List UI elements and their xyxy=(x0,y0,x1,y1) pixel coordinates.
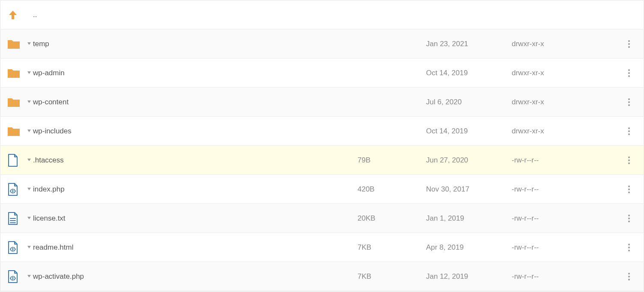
parent-directory-name[interactable]: .. xyxy=(32,11,358,19)
file-permissions: drwxr-xr-x xyxy=(512,69,597,77)
folder-icon xyxy=(7,126,26,137)
file-row[interactable]: .htaccess 79B Jun 27, 2020 -rw-r--r-- xyxy=(0,146,644,175)
row-caret[interactable] xyxy=(26,275,32,278)
file-row[interactable]: readme.html 7KB Apr 8, 2019 -rw-r--r-- xyxy=(0,233,644,262)
file-listing: .. temp Jan 23, 2021 drwxr-xr-x wp-admin xyxy=(0,0,644,292)
file-icon xyxy=(7,154,26,167)
more-vertical-icon xyxy=(628,215,630,222)
row-actions-button[interactable] xyxy=(623,38,635,50)
file-date: Oct 14, 2019 xyxy=(426,69,512,77)
file-permissions: drwxr-xr-x xyxy=(512,98,597,106)
more-vertical-icon xyxy=(628,40,630,48)
file-date: Jul 6, 2020 xyxy=(426,98,512,106)
file-size: 7KB xyxy=(358,243,426,252)
chevron-down-icon xyxy=(27,246,31,249)
file-name[interactable]: license.txt xyxy=(32,214,358,223)
more-vertical-icon xyxy=(628,98,630,106)
file-name[interactable]: wp-includes xyxy=(32,127,358,136)
chevron-down-icon xyxy=(27,130,31,133)
file-row[interactable]: temp Jan 23, 2021 drwxr-xr-x xyxy=(0,29,644,59)
file-size: 420B xyxy=(358,185,426,194)
file-date: Apr 8, 2019 xyxy=(426,243,512,252)
more-vertical-icon xyxy=(628,69,630,77)
file-size: 7KB xyxy=(358,272,426,281)
file-row[interactable]: license.txt 20KB Jan 1, 2019 -rw-r--r-- xyxy=(0,204,644,233)
file-date: Jan 23, 2021 xyxy=(426,40,512,48)
folder-icon xyxy=(7,38,26,50)
parent-directory-row[interactable]: .. xyxy=(0,0,644,29)
more-vertical-icon xyxy=(628,273,630,280)
chevron-down-icon xyxy=(27,100,31,104)
file-permissions: drwxr-xr-x xyxy=(512,40,597,48)
folder-icon xyxy=(7,68,26,79)
row-caret[interactable] xyxy=(26,100,32,104)
file-permissions: -rw-r--r-- xyxy=(512,272,597,281)
file-name[interactable]: wp-admin xyxy=(32,69,358,77)
row-caret[interactable] xyxy=(26,71,32,75)
file-row[interactable]: wp-admin Oct 14, 2019 drwxr-xr-x xyxy=(0,59,644,88)
file-name[interactable]: readme.html xyxy=(32,243,358,252)
chevron-down-icon xyxy=(27,71,31,75)
file-date: Jan 1, 2019 xyxy=(426,214,512,223)
file-row[interactable]: wp-includes Oct 14, 2019 drwxr-xr-x xyxy=(0,117,644,146)
file-date: Jan 12, 2019 xyxy=(426,272,512,281)
row-actions-button[interactable] xyxy=(623,212,635,224)
file-name[interactable]: wp-content xyxy=(32,98,358,106)
row-caret[interactable] xyxy=(26,188,32,191)
row-actions-button[interactable] xyxy=(623,242,635,254)
file-code-icon xyxy=(7,241,26,254)
more-vertical-icon xyxy=(628,186,630,193)
file-permissions: -rw-r--r-- xyxy=(512,156,597,165)
row-caret[interactable] xyxy=(26,246,32,249)
file-size: 79B xyxy=(358,156,426,165)
chevron-down-icon xyxy=(27,275,31,278)
row-actions-button[interactable] xyxy=(623,154,635,166)
file-permissions: -rw-r--r-- xyxy=(512,243,597,252)
row-actions-button[interactable] xyxy=(623,125,635,137)
file-permissions: drwxr-xr-x xyxy=(512,127,597,136)
file-date: Oct 14, 2019 xyxy=(426,127,512,136)
file-permissions: -rw-r--r-- xyxy=(512,185,597,194)
file-text-icon xyxy=(7,212,26,225)
file-row[interactable]: index.php 420B Nov 30, 2017 -rw-r--r-- xyxy=(0,175,644,204)
file-permissions: -rw-r--r-- xyxy=(512,214,597,223)
row-caret[interactable] xyxy=(26,159,32,162)
file-code-icon xyxy=(7,183,26,196)
chevron-down-icon xyxy=(27,188,31,191)
row-actions-button[interactable] xyxy=(623,271,635,283)
chevron-down-icon xyxy=(27,159,31,162)
more-vertical-icon xyxy=(628,127,630,135)
file-row[interactable]: wp-content Jul 6, 2020 drwxr-xr-x xyxy=(0,88,644,117)
file-row[interactable]: wp-activate.php 7KB Jan 12, 2019 -rw-r--… xyxy=(0,262,644,291)
file-name[interactable]: wp-activate.php xyxy=(32,272,358,281)
file-code-icon xyxy=(7,270,26,283)
file-size: 20KB xyxy=(358,214,426,223)
file-name[interactable]: .htaccess xyxy=(32,156,358,165)
row-caret[interactable] xyxy=(26,130,32,133)
row-caret[interactable] xyxy=(26,217,32,220)
more-vertical-icon xyxy=(628,156,630,164)
file-name[interactable]: temp xyxy=(32,40,358,48)
more-vertical-icon xyxy=(628,244,630,251)
chevron-down-icon xyxy=(27,42,31,46)
row-caret[interactable] xyxy=(26,42,32,46)
row-actions-button[interactable] xyxy=(623,67,635,79)
chevron-down-icon xyxy=(27,217,31,220)
file-name[interactable]: index.php xyxy=(32,185,358,194)
folder-icon xyxy=(7,97,26,108)
file-date: Nov 30, 2017 xyxy=(426,185,512,194)
up-icon xyxy=(7,9,26,21)
row-actions-button[interactable] xyxy=(623,96,635,108)
file-date: Jun 27, 2020 xyxy=(426,156,512,165)
row-actions-button[interactable] xyxy=(623,183,635,195)
